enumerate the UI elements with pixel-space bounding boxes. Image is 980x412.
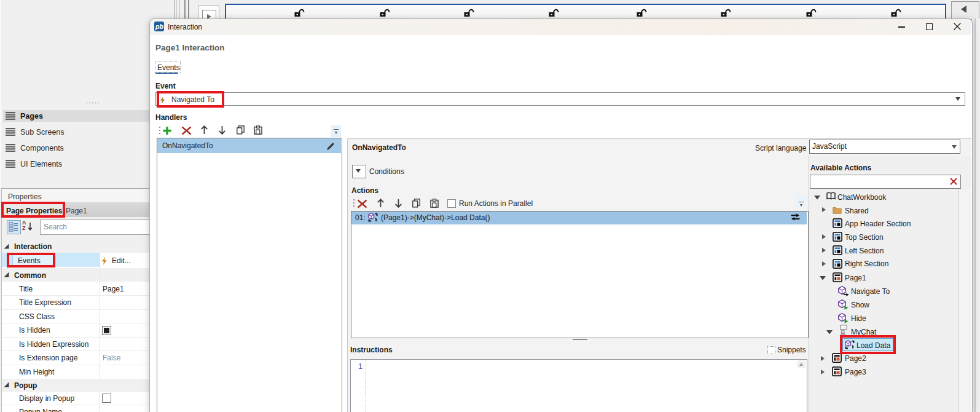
svg-text:pb: pb: [155, 23, 163, 30]
